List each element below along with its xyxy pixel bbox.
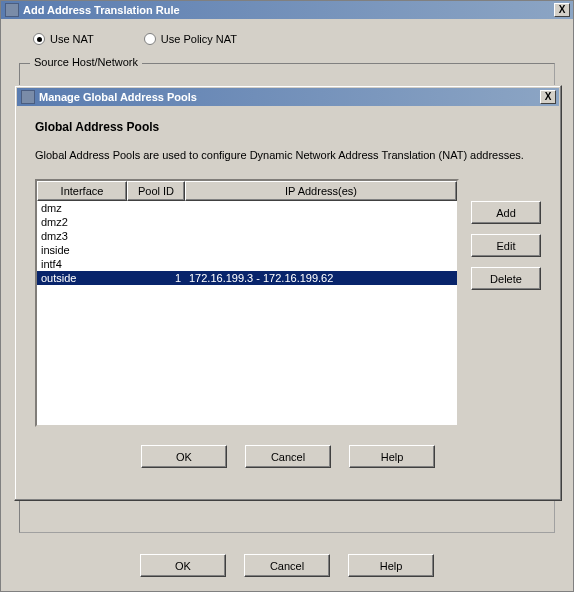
use-nat-radio[interactable]: Use NAT — [33, 33, 94, 45]
cell-ip — [185, 257, 457, 271]
cell-ip: 172.16.199.3 - 172.16.199.62 — [185, 271, 457, 285]
dialog-heading: Global Address Pools — [35, 120, 541, 134]
delete-button[interactable]: Delete — [471, 267, 541, 290]
cell-ip — [185, 215, 457, 229]
table-header: Interface Pool ID IP Address(es) — [37, 181, 457, 201]
cell-pool-id — [127, 215, 185, 229]
back-titlebar: Add Address Translation Rule X — [1, 1, 573, 19]
column-header-ip[interactable]: IP Address(es) — [185, 181, 457, 201]
help-button[interactable]: Help — [348, 554, 434, 577]
radio-label: Use Policy NAT — [161, 33, 237, 45]
cell-interface: dmz2 — [37, 215, 127, 229]
back-button-row: OK Cancel Help — [1, 554, 573, 577]
use-policy-nat-radio[interactable]: Use Policy NAT — [144, 33, 237, 45]
cell-pool-id — [127, 201, 185, 215]
front-button-row: OK Cancel Help — [35, 445, 541, 468]
back-window-title: Add Address Translation Rule — [23, 4, 554, 16]
table-area: Interface Pool ID IP Address(es) dmzdmz2… — [35, 179, 541, 427]
front-body: Global Address Pools Global Address Pool… — [15, 108, 561, 480]
table-body: dmzdmz2dmz3insideintf4outside1172.16.199… — [37, 201, 457, 285]
table-row[interactable]: inside — [37, 243, 457, 257]
manage-global-pools-dialog: Manage Global Address Pools X Global Add… — [14, 85, 562, 501]
close-button[interactable]: X — [554, 3, 570, 17]
column-header-interface[interactable]: Interface — [37, 181, 127, 201]
ok-button[interactable]: OK — [140, 554, 226, 577]
help-button[interactable]: Help — [349, 445, 435, 468]
cell-interface: dmz3 — [37, 229, 127, 243]
cell-pool-id: 1 — [127, 271, 185, 285]
cell-pool-id — [127, 243, 185, 257]
table-row[interactable]: dmz — [37, 201, 457, 215]
app-icon — [5, 3, 19, 17]
fieldset-legend: Source Host/Network — [30, 56, 142, 68]
front-titlebar: Manage Global Address Pools X — [17, 88, 559, 106]
front-window-title: Manage Global Address Pools — [39, 91, 540, 103]
add-button[interactable]: Add — [471, 201, 541, 224]
cancel-button[interactable]: Cancel — [245, 445, 331, 468]
table-row[interactable]: dmz2 — [37, 215, 457, 229]
cell-interface: inside — [37, 243, 127, 257]
dialog-description: Global Address Pools are used to configu… — [35, 148, 541, 163]
cell-pool-id — [127, 257, 185, 271]
radio-label: Use NAT — [50, 33, 94, 45]
address-pools-table: Interface Pool ID IP Address(es) dmzdmz2… — [35, 179, 459, 427]
cell-ip — [185, 229, 457, 243]
edit-button[interactable]: Edit — [471, 234, 541, 257]
cell-ip — [185, 201, 457, 215]
cell-interface: outside — [37, 271, 127, 285]
cell-interface: dmz — [37, 201, 127, 215]
cancel-button[interactable]: Cancel — [244, 554, 330, 577]
table-row[interactable]: outside1172.16.199.3 - 172.16.199.62 — [37, 271, 457, 285]
app-icon — [21, 90, 35, 104]
cell-ip — [185, 243, 457, 257]
side-button-column: Add Edit Delete — [471, 179, 541, 427]
cell-interface: intf4 — [37, 257, 127, 271]
table-row[interactable]: dmz3 — [37, 229, 457, 243]
ok-button[interactable]: OK — [141, 445, 227, 468]
column-header-pool-id[interactable]: Pool ID — [127, 181, 185, 201]
radio-icon — [144, 33, 156, 45]
radio-icon — [33, 33, 45, 45]
close-button[interactable]: X — [540, 90, 556, 104]
table-row[interactable]: intf4 — [37, 257, 457, 271]
cell-pool-id — [127, 229, 185, 243]
nat-radio-group: Use NAT Use Policy NAT — [33, 33, 555, 45]
